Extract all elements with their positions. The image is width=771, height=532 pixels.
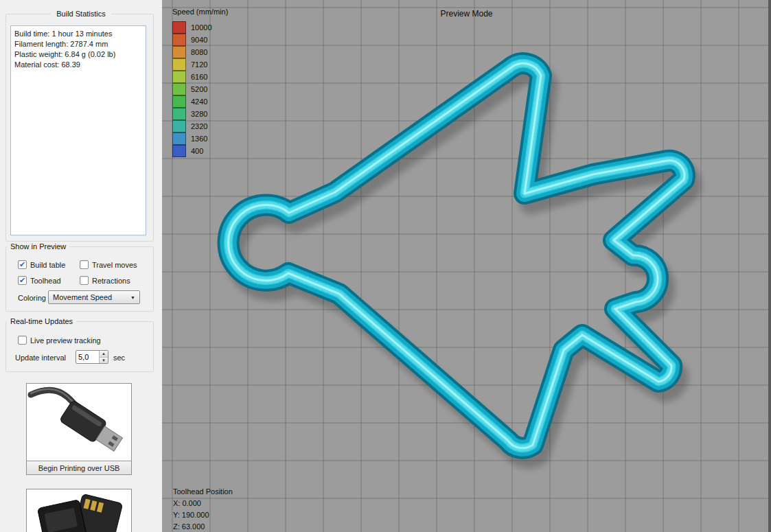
legend-entry: 10000 xyxy=(172,21,228,34)
sd-cards-image xyxy=(27,489,131,532)
legend-entry: 1360 xyxy=(172,132,228,145)
coloring-dropdown[interactable]: Movement Speed ▼ xyxy=(48,290,140,304)
legend-entry: 9040 xyxy=(172,34,228,46)
legend-value: 1360 xyxy=(191,135,207,143)
legend-color-swatch xyxy=(172,145,186,157)
legend-color-swatch xyxy=(172,46,186,58)
update-interval-label: Update interval xyxy=(15,354,66,362)
speed-legend-entries: 1000090408080712061605200424032802320136… xyxy=(172,21,228,157)
legend-value: 9040 xyxy=(191,36,207,44)
checkbox-box: ✔ xyxy=(18,276,27,285)
checkbox-label: Toolhead xyxy=(30,277,61,285)
preview-mode-label: Preview Mode xyxy=(440,9,492,19)
legend-entry: 5200 xyxy=(172,83,228,95)
dropdown-arrow-icon: ▼ xyxy=(130,295,135,300)
legend-value: 5200 xyxy=(191,85,207,93)
stat-material-cost: Material cost: 68.39 xyxy=(14,60,142,70)
show-in-preview-title: Show in Preview xyxy=(7,242,69,251)
usb-cable-image xyxy=(27,384,131,461)
update-interval-unit: sec xyxy=(113,354,125,362)
check-icon: ✔ xyxy=(19,261,25,268)
legend-value: 10000 xyxy=(191,23,212,32)
checkbox-label: Build table xyxy=(30,261,65,269)
checkbox-retractions[interactable]: ✔ Retractions xyxy=(80,275,130,286)
checkbox-box: ✔ xyxy=(80,260,89,269)
toolhead-y: Y: 190.000 xyxy=(173,509,233,521)
spinner-up-icon[interactable]: ▲ xyxy=(100,351,108,358)
checkbox-travel-moves[interactable]: ✔ Travel moves xyxy=(80,259,137,270)
toolhead-position-title: Toolhead Position xyxy=(173,486,233,498)
update-interval-input[interactable] xyxy=(76,351,99,363)
stat-plastic-weight: Plastic weight: 6.84 g (0.02 lb) xyxy=(14,49,142,60)
legend-entry: 4240 xyxy=(172,95,228,108)
app-window: Build Statistics Build time: 1 hour 13 m… xyxy=(0,0,771,532)
build-statistics-title: Build Statistics xyxy=(0,10,162,18)
spinner-buttons: ▲ ▼ xyxy=(99,351,108,363)
sidebar: Build Statistics Build time: 1 hour 13 m… xyxy=(0,0,163,532)
checkbox-label: Retractions xyxy=(92,277,130,285)
check-icon: ✔ xyxy=(19,277,25,284)
legend-value: 7120 xyxy=(191,60,207,69)
begin-printing-usb-label: Begin Printing over USB xyxy=(27,461,131,474)
checkbox-label: Live preview tracking xyxy=(30,336,101,345)
toolhead-z: Z: 63.000 xyxy=(173,521,233,532)
legend-entry: 7120 xyxy=(172,58,228,71)
coloring-dropdown-value: Movement Speed xyxy=(53,293,112,301)
toolhead-position: Toolhead Position X: 0.000 Y: 190.000 Z:… xyxy=(173,486,233,532)
legend-value: 4240 xyxy=(191,97,207,106)
legend-entry: 400 xyxy=(172,145,228,157)
legend-color-swatch xyxy=(172,132,186,145)
preview-viewport[interactable]: Preview Mode Speed (mm/min) 100009040808… xyxy=(162,0,771,532)
checkbox-live-preview-tracking[interactable]: ✔ Live preview tracking xyxy=(18,335,101,345)
begin-printing-usb-button[interactable]: Begin Printing over USB xyxy=(26,383,132,475)
legend-value: 8080 xyxy=(191,48,207,56)
airplane-model xyxy=(162,0,771,532)
checkbox-box: ✔ xyxy=(18,336,27,345)
legend-color-swatch xyxy=(172,120,186,132)
legend-value: 2320 xyxy=(191,122,207,130)
legend-entry: 8080 xyxy=(172,46,228,58)
speed-legend-title: Speed (mm/min) xyxy=(172,8,228,16)
legend-color-swatch xyxy=(172,34,186,46)
stat-filament-length: Filament length: 2787.4 mm xyxy=(14,39,142,49)
checkbox-build-table[interactable]: ✔ Build table xyxy=(18,259,65,270)
checkbox-box: ✔ xyxy=(18,260,27,269)
spinner-down-icon[interactable]: ▼ xyxy=(100,358,108,364)
legend-entry: 2320 xyxy=(172,120,228,132)
legend-color-swatch xyxy=(172,108,186,120)
legend-color-swatch xyxy=(172,58,186,71)
realtime-updates-title: Real-time Updates xyxy=(7,317,76,325)
build-statistics-title-text: Build Statistics xyxy=(51,10,111,18)
legend-color-swatch xyxy=(172,21,186,34)
legend-color-swatch xyxy=(172,71,186,83)
legend-value: 400 xyxy=(191,147,203,155)
legend-value: 3280 xyxy=(191,110,207,118)
build-statistics-box: Build time: 1 hour 13 minutes Filament l… xyxy=(10,25,146,235)
speed-legend: Speed (mm/min) 1000090408080712061605200… xyxy=(172,8,228,157)
legend-color-swatch xyxy=(172,83,186,95)
legend-entry: 6160 xyxy=(172,71,228,83)
checkbox-box: ✔ xyxy=(80,276,89,285)
realtime-updates-group xyxy=(5,321,154,372)
coloring-label: Coloring xyxy=(18,294,46,302)
update-interval-spinbox[interactable]: ▲ ▼ xyxy=(76,350,108,364)
legend-color-swatch xyxy=(172,95,186,108)
sd-card-panel[interactable] xyxy=(26,489,132,532)
legend-value: 6160 xyxy=(191,73,207,81)
checkbox-label: Travel moves xyxy=(92,261,137,269)
legend-entry: 3280 xyxy=(172,108,228,120)
stat-build-time: Build time: 1 hour 13 minutes xyxy=(14,29,142,39)
checkbox-toolhead[interactable]: ✔ Toolhead xyxy=(18,275,61,286)
toolhead-x: X: 0.000 xyxy=(173,498,233,509)
